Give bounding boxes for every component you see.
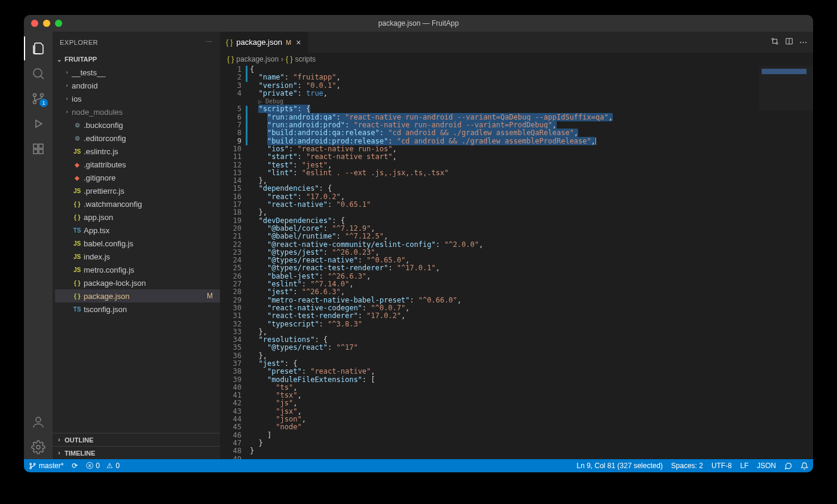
code-line-24[interactable]: "@types/react-native": "^0.65.0", bbox=[250, 256, 813, 264]
file-babel.config.js[interactable]: JSbabel.config.js bbox=[55, 237, 220, 250]
code-line-35[interactable]: "@types/react": "^17" bbox=[250, 344, 813, 352]
code-line-23[interactable]: "@types/jest": "^26.0.23", bbox=[250, 249, 813, 256]
code-line-38[interactable]: "preset": "react-native", bbox=[250, 368, 813, 375]
code-line-19[interactable]: "devDependencies": { bbox=[250, 217, 813, 225]
status-sync[interactable]: ⟳ bbox=[72, 462, 78, 470]
file-.prettierrc.js[interactable]: JS.prettierrc.js bbox=[55, 184, 220, 197]
code-line-34[interactable]: "resolutions": { bbox=[250, 336, 813, 344]
code-line-26[interactable]: "babel-jest": "^26.6.3", bbox=[250, 273, 813, 280]
activity-accounts[interactable] bbox=[24, 410, 53, 434]
code-editor[interactable]: 1234 56789101112131415161718192021222324… bbox=[220, 66, 813, 459]
file-package-lock.json[interactable]: { }package-lock.json bbox=[55, 276, 220, 289]
code-line-46[interactable]: ] bbox=[250, 432, 813, 439]
code-line-5[interactable]: "scripts": { bbox=[250, 105, 813, 113]
code-line-29[interactable]: "metro-react-native-babel-preset": "^0.6… bbox=[250, 297, 813, 304]
code-line-16[interactable]: "react": "17.0.2", bbox=[250, 193, 813, 201]
code-line-18[interactable]: }, bbox=[250, 209, 813, 216]
outline-section[interactable]: › OUTLINE bbox=[53, 433, 220, 446]
code-line-20[interactable]: "@babel/core": "^7.12.9", bbox=[250, 225, 813, 233]
folder-node_modules[interactable]: ›node_modules bbox=[55, 105, 220, 118]
tab-package-json[interactable]: { } package.json M × bbox=[220, 32, 308, 53]
status-branch[interactable]: master* bbox=[29, 462, 63, 470]
file-.buckconfig[interactable]: ⚙.buckconfig bbox=[55, 118, 220, 132]
minimize-window-icon[interactable] bbox=[43, 20, 50, 27]
code-line-33[interactable]: }, bbox=[250, 328, 813, 336]
status-encoding[interactable]: UTF-8 bbox=[711, 462, 732, 470]
file-app.json[interactable]: { }app.json bbox=[55, 210, 220, 224]
code-line-3[interactable]: "version": "0.0.1", bbox=[250, 82, 813, 90]
code-line-39[interactable]: "moduleFileExtensions": [ bbox=[250, 376, 813, 384]
compare-changes-icon[interactable] bbox=[771, 37, 779, 47]
folder-android[interactable]: ›android bbox=[55, 79, 220, 92]
file-App.tsx[interactable]: TSApp.tsx bbox=[55, 224, 220, 237]
code-line-45[interactable]: "node" bbox=[250, 423, 813, 431]
activity-extensions[interactable] bbox=[24, 137, 53, 161]
code-line-49[interactable] bbox=[250, 456, 813, 459]
code-line-6[interactable]: "run:android:qa": "react-native run-andr… bbox=[250, 114, 813, 121]
code-line-40[interactable]: "ts", bbox=[250, 384, 813, 392]
code-line-31[interactable]: "react-test-renderer": "17.0.2", bbox=[250, 312, 813, 320]
status-problems[interactable]: ⓧ0 ⚠0 bbox=[86, 461, 120, 471]
code-line-10[interactable]: "ios": "react-native run-ios", bbox=[250, 145, 813, 153]
code-line-47[interactable]: } bbox=[250, 439, 813, 447]
file-tsconfig.json[interactable]: TStsconfig.json bbox=[55, 303, 220, 316]
code-content[interactable]: { "name": "fruitapp", "version": "0.0.1"… bbox=[250, 66, 813, 459]
file-.gitattributes[interactable]: ◆.gitattributes bbox=[55, 158, 220, 171]
debug-codelens[interactable]: ▷ Debug bbox=[250, 97, 813, 105]
file-.editorconfig[interactable]: ⚙.editorconfig bbox=[55, 132, 220, 145]
activity-settings[interactable] bbox=[24, 435, 53, 459]
code-line-8[interactable]: "build:android:qa:release": "cd android … bbox=[250, 129, 813, 137]
activity-explorer[interactable] bbox=[24, 36, 53, 60]
code-line-36[interactable]: }, bbox=[250, 352, 813, 360]
code-line-43[interactable]: "jsx", bbox=[250, 408, 813, 416]
status-feedback-icon[interactable] bbox=[784, 462, 792, 470]
activity-debug[interactable] bbox=[24, 112, 53, 136]
code-line-15[interactable]: "dependencies": { bbox=[250, 185, 813, 193]
more-actions-icon[interactable]: ⋯ bbox=[799, 38, 807, 47]
status-language[interactable]: JSON bbox=[757, 462, 776, 470]
titlebar[interactable]: package.json — FruitApp bbox=[24, 15, 813, 32]
code-line-14[interactable]: }, bbox=[250, 177, 813, 185]
code-line-32[interactable]: "typescript": "^3.8.3" bbox=[250, 320, 813, 328]
code-line-27[interactable]: "eslint": "^7.14.0", bbox=[250, 280, 813, 288]
code-line-2[interactable]: "name": "fruitapp", bbox=[250, 74, 813, 81]
code-line-13[interactable]: "lint": "eslint . --ext .js,.jsx,.ts,.ts… bbox=[250, 169, 813, 177]
project-root[interactable]: ⌄ FRUITAPP bbox=[53, 53, 220, 66]
code-line-41[interactable]: "tsx", bbox=[250, 392, 813, 399]
close-icon[interactable]: × bbox=[295, 38, 302, 47]
code-line-42[interactable]: "js", bbox=[250, 399, 813, 407]
file-.watchmanconfig[interactable]: { }.watchmanconfig bbox=[55, 197, 220, 210]
file-package.json[interactable]: { }package.jsonM bbox=[55, 289, 220, 303]
code-line-17[interactable]: "react-native": "0.65.1" bbox=[250, 201, 813, 209]
file-metro.config.js[interactable]: JSmetro.config.js bbox=[55, 263, 220, 276]
status-cursor[interactable]: Ln 9, Col 81 (327 selected) bbox=[577, 462, 663, 470]
code-line-7[interactable]: "run:android:prod": "react-native run-an… bbox=[250, 121, 813, 129]
status-notifications-icon[interactable] bbox=[801, 462, 808, 470]
file-index.js[interactable]: JSindex.js bbox=[55, 250, 220, 263]
close-window-icon[interactable] bbox=[31, 20, 38, 27]
code-line-28[interactable]: "jest": "^26.6.3", bbox=[250, 288, 813, 296]
sidebar-more-icon[interactable]: ⋯ bbox=[206, 38, 213, 46]
code-line-48[interactable]: } bbox=[250, 447, 813, 455]
code-line-22[interactable]: "@react-native-community/eslint-config":… bbox=[250, 241, 813, 249]
code-line-30[interactable]: "react-native-codegen": "^0.0.7", bbox=[250, 304, 813, 312]
activity-search[interactable] bbox=[24, 62, 53, 85]
code-line-12[interactable]: "test": "jest", bbox=[250, 161, 813, 169]
code-line-25[interactable]: "@types/react-test-renderer": "^17.0.1", bbox=[250, 264, 813, 272]
timeline-section[interactable]: › TIMELINE bbox=[53, 446, 220, 459]
activity-source-control[interactable]: 1 bbox=[24, 87, 53, 111]
code-line-1[interactable]: { bbox=[250, 66, 813, 74]
code-line-21[interactable]: "@babel/runtime": "^7.12.5", bbox=[250, 233, 813, 240]
status-indent[interactable]: Spaces: 2 bbox=[671, 462, 703, 470]
code-line-11[interactable]: "start": "react-native start", bbox=[250, 153, 813, 161]
split-editor-icon[interactable] bbox=[785, 37, 793, 47]
code-line-44[interactable]: "json", bbox=[250, 416, 813, 423]
status-eol[interactable]: LF bbox=[740, 462, 749, 470]
code-line-4[interactable]: "private": true, bbox=[250, 90, 813, 97]
code-line-9[interactable]: "build:android:prod:release": "cd androi… bbox=[250, 138, 813, 145]
file-.gitignore[interactable]: ◆.gitignore bbox=[55, 171, 220, 184]
folder-__tests__[interactable]: ›__tests__ bbox=[55, 66, 220, 79]
code-line-37[interactable]: "jest": { bbox=[250, 360, 813, 368]
maximize-window-icon[interactable] bbox=[55, 20, 62, 27]
minimap[interactable] bbox=[759, 66, 813, 111]
